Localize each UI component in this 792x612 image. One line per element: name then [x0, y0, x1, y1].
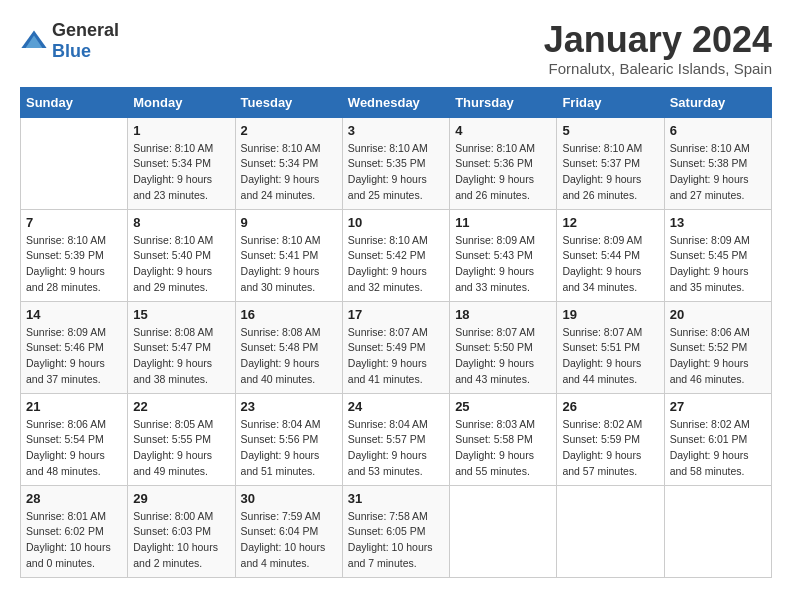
day-info: Sunrise: 8:07 AMSunset: 5:50 PMDaylight:… [455, 325, 551, 388]
calendar-cell: 25Sunrise: 8:03 AMSunset: 5:58 PMDayligh… [450, 393, 557, 485]
calendar-cell: 6Sunrise: 8:10 AMSunset: 5:38 PMDaylight… [664, 117, 771, 209]
logo-icon [20, 27, 48, 55]
day-info: Sunrise: 8:03 AMSunset: 5:58 PMDaylight:… [455, 417, 551, 480]
col-monday: Monday [128, 87, 235, 117]
day-number: 25 [455, 399, 551, 414]
day-number: 12 [562, 215, 658, 230]
day-info: Sunrise: 8:05 AMSunset: 5:55 PMDaylight:… [133, 417, 229, 480]
calendar-cell: 3Sunrise: 8:10 AMSunset: 5:35 PMDaylight… [342, 117, 449, 209]
col-thursday: Thursday [450, 87, 557, 117]
day-number: 15 [133, 307, 229, 322]
logo: General Blue [20, 20, 119, 62]
calendar-cell [450, 485, 557, 577]
day-number: 23 [241, 399, 337, 414]
logo-blue: Blue [52, 41, 91, 61]
day-number: 8 [133, 215, 229, 230]
day-info: Sunrise: 8:04 AMSunset: 5:57 PMDaylight:… [348, 417, 444, 480]
day-number: 9 [241, 215, 337, 230]
logo-text: General Blue [52, 20, 119, 62]
day-number: 26 [562, 399, 658, 414]
calendar-cell: 26Sunrise: 8:02 AMSunset: 5:59 PMDayligh… [557, 393, 664, 485]
day-info: Sunrise: 8:10 AMSunset: 5:34 PMDaylight:… [133, 141, 229, 204]
day-number: 22 [133, 399, 229, 414]
calendar-cell [557, 485, 664, 577]
day-info: Sunrise: 8:07 AMSunset: 5:51 PMDaylight:… [562, 325, 658, 388]
day-info: Sunrise: 8:10 AMSunset: 5:35 PMDaylight:… [348, 141, 444, 204]
day-info: Sunrise: 8:08 AMSunset: 5:47 PMDaylight:… [133, 325, 229, 388]
calendar-week-2: 7Sunrise: 8:10 AMSunset: 5:39 PMDaylight… [21, 209, 772, 301]
day-number: 21 [26, 399, 122, 414]
day-number: 18 [455, 307, 551, 322]
day-info: Sunrise: 8:02 AMSunset: 5:59 PMDaylight:… [562, 417, 658, 480]
calendar-cell: 18Sunrise: 8:07 AMSunset: 5:50 PMDayligh… [450, 301, 557, 393]
day-number: 30 [241, 491, 337, 506]
calendar-cell: 12Sunrise: 8:09 AMSunset: 5:44 PMDayligh… [557, 209, 664, 301]
day-number: 1 [133, 123, 229, 138]
day-number: 4 [455, 123, 551, 138]
day-info: Sunrise: 8:09 AMSunset: 5:46 PMDaylight:… [26, 325, 122, 388]
calendar-cell: 23Sunrise: 8:04 AMSunset: 5:56 PMDayligh… [235, 393, 342, 485]
calendar-cell: 30Sunrise: 7:59 AMSunset: 6:04 PMDayligh… [235, 485, 342, 577]
day-info: Sunrise: 8:10 AMSunset: 5:38 PMDaylight:… [670, 141, 766, 204]
calendar-cell: 31Sunrise: 7:58 AMSunset: 6:05 PMDayligh… [342, 485, 449, 577]
day-info: Sunrise: 8:07 AMSunset: 5:49 PMDaylight:… [348, 325, 444, 388]
day-info: Sunrise: 8:06 AMSunset: 5:52 PMDaylight:… [670, 325, 766, 388]
calendar-cell: 9Sunrise: 8:10 AMSunset: 5:41 PMDaylight… [235, 209, 342, 301]
calendar-cell: 10Sunrise: 8:10 AMSunset: 5:42 PMDayligh… [342, 209, 449, 301]
day-number: 7 [26, 215, 122, 230]
calendar-cell: 19Sunrise: 8:07 AMSunset: 5:51 PMDayligh… [557, 301, 664, 393]
day-info: Sunrise: 7:59 AMSunset: 6:04 PMDaylight:… [241, 509, 337, 572]
day-number: 28 [26, 491, 122, 506]
calendar-cell: 16Sunrise: 8:08 AMSunset: 5:48 PMDayligh… [235, 301, 342, 393]
col-saturday: Saturday [664, 87, 771, 117]
day-number: 16 [241, 307, 337, 322]
calendar-cell: 22Sunrise: 8:05 AMSunset: 5:55 PMDayligh… [128, 393, 235, 485]
day-number: 6 [670, 123, 766, 138]
calendar-cell: 28Sunrise: 8:01 AMSunset: 6:02 PMDayligh… [21, 485, 128, 577]
calendar-week-4: 21Sunrise: 8:06 AMSunset: 5:54 PMDayligh… [21, 393, 772, 485]
calendar-cell [664, 485, 771, 577]
day-number: 17 [348, 307, 444, 322]
calendar-cell: 1Sunrise: 8:10 AMSunset: 5:34 PMDaylight… [128, 117, 235, 209]
calendar-week-3: 14Sunrise: 8:09 AMSunset: 5:46 PMDayligh… [21, 301, 772, 393]
calendar-cell [21, 117, 128, 209]
day-number: 27 [670, 399, 766, 414]
calendar-cell: 11Sunrise: 8:09 AMSunset: 5:43 PMDayligh… [450, 209, 557, 301]
calendar-cell: 29Sunrise: 8:00 AMSunset: 6:03 PMDayligh… [128, 485, 235, 577]
day-info: Sunrise: 8:09 AMSunset: 5:44 PMDaylight:… [562, 233, 658, 296]
col-friday: Friday [557, 87, 664, 117]
header-row: Sunday Monday Tuesday Wednesday Thursday… [21, 87, 772, 117]
calendar-cell: 15Sunrise: 8:08 AMSunset: 5:47 PMDayligh… [128, 301, 235, 393]
day-info: Sunrise: 8:10 AMSunset: 5:37 PMDaylight:… [562, 141, 658, 204]
day-number: 31 [348, 491, 444, 506]
day-info: Sunrise: 8:10 AMSunset: 5:36 PMDaylight:… [455, 141, 551, 204]
calendar-cell: 24Sunrise: 8:04 AMSunset: 5:57 PMDayligh… [342, 393, 449, 485]
day-number: 19 [562, 307, 658, 322]
day-info: Sunrise: 8:10 AMSunset: 5:39 PMDaylight:… [26, 233, 122, 296]
calendar-cell: 13Sunrise: 8:09 AMSunset: 5:45 PMDayligh… [664, 209, 771, 301]
day-number: 10 [348, 215, 444, 230]
day-info: Sunrise: 8:10 AMSunset: 5:40 PMDaylight:… [133, 233, 229, 296]
header: General Blue January 2024 Fornalutx, Bal… [20, 20, 772, 77]
day-info: Sunrise: 8:10 AMSunset: 5:34 PMDaylight:… [241, 141, 337, 204]
calendar-cell: 27Sunrise: 8:02 AMSunset: 6:01 PMDayligh… [664, 393, 771, 485]
calendar-cell: 5Sunrise: 8:10 AMSunset: 5:37 PMDaylight… [557, 117, 664, 209]
day-number: 29 [133, 491, 229, 506]
calendar-cell: 4Sunrise: 8:10 AMSunset: 5:36 PMDaylight… [450, 117, 557, 209]
calendar-cell: 20Sunrise: 8:06 AMSunset: 5:52 PMDayligh… [664, 301, 771, 393]
calendar-week-5: 28Sunrise: 8:01 AMSunset: 6:02 PMDayligh… [21, 485, 772, 577]
logo-general: General [52, 20, 119, 40]
calendar-cell: 17Sunrise: 8:07 AMSunset: 5:49 PMDayligh… [342, 301, 449, 393]
day-number: 24 [348, 399, 444, 414]
day-number: 14 [26, 307, 122, 322]
day-info: Sunrise: 8:09 AMSunset: 5:45 PMDaylight:… [670, 233, 766, 296]
calendar-cell: 8Sunrise: 8:10 AMSunset: 5:40 PMDaylight… [128, 209, 235, 301]
day-info: Sunrise: 8:09 AMSunset: 5:43 PMDaylight:… [455, 233, 551, 296]
calendar-cell: 7Sunrise: 8:10 AMSunset: 5:39 PMDaylight… [21, 209, 128, 301]
col-wednesday: Wednesday [342, 87, 449, 117]
calendar-table: Sunday Monday Tuesday Wednesday Thursday… [20, 87, 772, 578]
title-area: January 2024 Fornalutx, Balearic Islands… [544, 20, 772, 77]
day-number: 13 [670, 215, 766, 230]
calendar-cell: 21Sunrise: 8:06 AMSunset: 5:54 PMDayligh… [21, 393, 128, 485]
calendar-title: January 2024 [544, 20, 772, 60]
